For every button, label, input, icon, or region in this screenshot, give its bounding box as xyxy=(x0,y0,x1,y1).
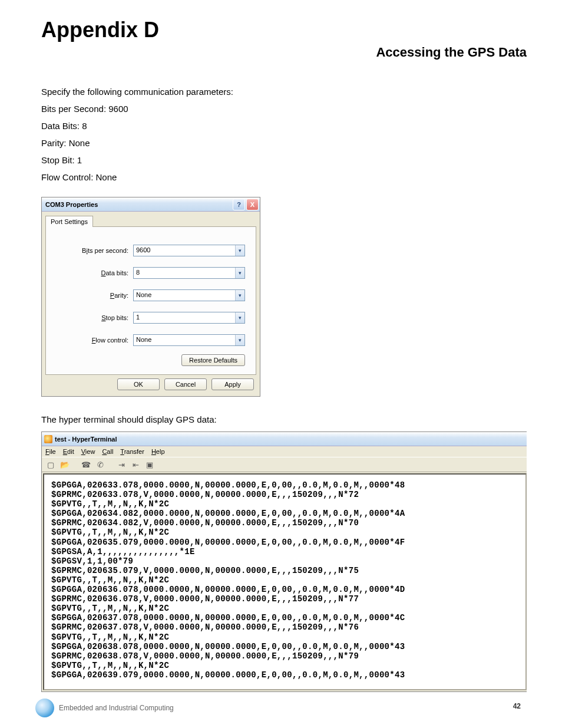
gps-line: $GPGGA,020635.079,0000.0000,N,00000.0000… xyxy=(51,538,518,547)
flow-control-label: Flow control: xyxy=(57,337,133,344)
menu-file[interactable]: File xyxy=(45,448,56,455)
hyperterminal-titlebar: test - HyperTerminal xyxy=(42,432,527,446)
parity-combo[interactable]: None ▾ xyxy=(133,289,245,301)
gps-line: $GPRMC,020636.078,V,0000.0000,N,00000.00… xyxy=(51,594,518,604)
combo-value: None xyxy=(134,335,235,345)
terminal-output: $GPGGA,020633.078,0000.0000,N,00000.0000… xyxy=(43,473,527,690)
send-icon[interactable]: ⇥ xyxy=(116,459,127,470)
intro-line: Data Bits: 8 xyxy=(41,118,527,134)
gps-line: $GPGSA,A,1,,,,,,,,,,,,,,,*1E xyxy=(51,547,518,556)
dialog-title: COM3 Properties xyxy=(45,201,232,208)
toolbar: ▢ 📂 ☎ ✆ ⇥ ⇤ ▣ xyxy=(42,457,527,472)
help-button[interactable]: ? xyxy=(233,199,245,210)
gps-line: $GPGGA,020636.078,0000.0000,N,00000.0000… xyxy=(51,585,518,594)
chevron-down-icon[interactable]: ▾ xyxy=(235,335,244,345)
gps-line: $GPGGA,020638.078,0000.0000,N,00000.0000… xyxy=(51,642,518,651)
com3-properties-dialog: COM3 Properties ? X Port Settings Bits p… xyxy=(41,197,260,397)
new-icon[interactable]: ▢ xyxy=(45,459,56,470)
page-title: Appendix D xyxy=(41,18,527,42)
tab-panel: Bits per second: 9600 ▾ Data bits: 8 ▾ P… xyxy=(45,226,256,375)
gps-line: $GPVTG,,T,,M,,N,,K,N*2C xyxy=(51,499,518,509)
gps-line: $GPVTG,,T,,M,,N,,K,N*2C xyxy=(51,633,518,642)
gps-line: $GPRMC,020638.078,V,0000.0000,N,00000.00… xyxy=(51,651,518,661)
parity-label: Parity: xyxy=(57,292,133,299)
menu-transfer[interactable]: Transfer xyxy=(120,448,144,455)
gps-line: $GPGSV,1,1,00*79 xyxy=(51,556,518,566)
caption-text: The hyper terminal should display GPS da… xyxy=(41,414,527,424)
apply-button[interactable]: Apply xyxy=(211,378,254,390)
intro-line: Bits per Second: 9600 xyxy=(41,101,527,117)
menu-edit[interactable]: Edit xyxy=(63,448,74,455)
chevron-down-icon[interactable]: ▾ xyxy=(235,268,244,278)
page-number: 42 xyxy=(513,702,521,710)
disconnect-icon[interactable]: ✆ xyxy=(95,459,105,470)
properties-icon[interactable]: ▣ xyxy=(144,459,155,470)
gps-line: $GPGGA,020634.082,0000.0000,N,00000.0000… xyxy=(51,509,518,518)
stop-bits-combo[interactable]: 1 ▾ xyxy=(133,312,245,324)
chevron-down-icon[interactable]: ▾ xyxy=(235,245,244,256)
intro-line: Specify the following communication para… xyxy=(41,84,527,100)
gps-line: $GPGGA,020639.079,0000.0000,N,00000.0000… xyxy=(51,670,518,680)
tab-port-settings[interactable]: Port Settings xyxy=(45,216,93,227)
ok-button[interactable]: OK xyxy=(117,378,160,390)
page-subtitle: Accessing the GPS Data xyxy=(41,45,527,60)
chevron-down-icon[interactable]: ▾ xyxy=(235,290,244,301)
gps-line: $GPRMC,020634.082,V,0000.0000,N,00000.00… xyxy=(51,518,518,528)
restore-defaults-button[interactable]: Restore Defaults xyxy=(181,354,245,366)
footer-text: Embedded and Industrial Computing xyxy=(59,704,174,712)
combo-value: None xyxy=(134,290,235,301)
intro-line: Stop Bit: 1 xyxy=(41,152,527,168)
gps-line: $GPRMC,020635.079,V,0000.0000,N,00000.00… xyxy=(51,566,518,575)
gps-line: $GPGGA,020637.078,0000.0000,N,00000.0000… xyxy=(51,613,518,622)
menu-help[interactable]: Help xyxy=(151,448,165,455)
hyperterminal-title: test - HyperTerminal xyxy=(55,436,117,443)
connect-icon[interactable]: ☎ xyxy=(81,459,91,470)
bits-per-second-combo[interactable]: 9600 ▾ xyxy=(133,245,245,256)
menubar: File Edit View Call Transfer Help xyxy=(42,446,527,457)
close-button[interactable]: X xyxy=(246,199,259,210)
chevron-down-icon[interactable]: ▾ xyxy=(235,312,244,323)
open-icon[interactable]: 📂 xyxy=(59,459,70,470)
intro-line: Parity: None xyxy=(41,135,527,151)
bits-per-second-label: Bits per second: xyxy=(57,247,133,254)
gps-line: $GPRMC,020637.078,V,0000.0000,N,00000.00… xyxy=(51,622,518,632)
flow-control-combo[interactable]: None ▾ xyxy=(133,334,245,346)
logo-orb-icon xyxy=(35,699,54,717)
combo-value: 9600 xyxy=(134,245,235,256)
combo-value: 1 xyxy=(134,312,235,323)
menu-view[interactable]: View xyxy=(81,448,95,455)
data-bits-combo[interactable]: 8 ▾ xyxy=(133,267,245,279)
hyperterminal-window: test - HyperTerminal File Edit View Call… xyxy=(41,431,527,692)
hyperterminal-icon xyxy=(44,435,52,443)
combo-value: 8 xyxy=(134,268,235,278)
dialog-titlebar: COM3 Properties ? X xyxy=(42,197,260,212)
receive-icon[interactable]: ⇤ xyxy=(130,459,141,470)
stop-bits-label: Stop bits: xyxy=(57,314,133,321)
gps-line: $GPVTG,,T,,M,,N,,K,N*2C xyxy=(51,604,518,613)
gps-line: $GPVTG,,T,,M,,N,,K,N*2C xyxy=(51,661,518,670)
gps-line: $GPVTG,,T,,M,,N,,K,N*2C xyxy=(51,528,518,537)
gps-line: $GPRMC,020633.078,V,0000.0000,N,00000.00… xyxy=(51,490,518,499)
gps-line: $GPVTG,,T,,M,,N,,K,N*2C xyxy=(51,575,518,585)
page-footer: Embedded and Industrial Computing xyxy=(35,699,524,717)
data-bits-label: Data bits: xyxy=(57,269,133,276)
cancel-button[interactable]: Cancel xyxy=(164,378,207,390)
intro-block: Specify the following communication para… xyxy=(41,84,527,185)
menu-call[interactable]: Call xyxy=(102,448,113,455)
gps-line: $GPGGA,020633.078,0000.0000,N,00000.0000… xyxy=(51,480,518,490)
intro-line: Flow Control: None xyxy=(41,169,527,185)
